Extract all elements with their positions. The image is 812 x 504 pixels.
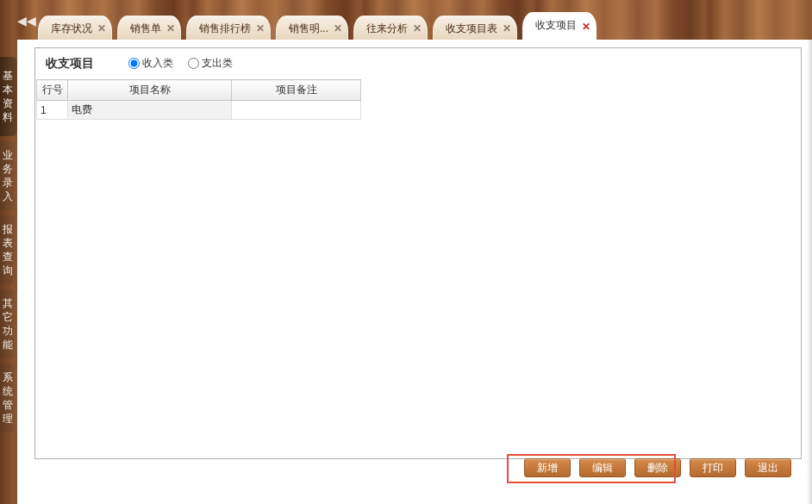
close-icon[interactable]: ✕ xyxy=(97,16,106,40)
exit-button[interactable]: 退出 xyxy=(745,458,791,477)
col-remark[interactable]: 项目备注 xyxy=(232,80,361,101)
close-icon[interactable]: ✕ xyxy=(413,16,422,40)
radio-income-input[interactable] xyxy=(128,58,140,69)
items-grid: 行号 项目名称 项目备注 1电费 xyxy=(36,79,800,120)
tab-2[interactable]: 销售排行榜✕ xyxy=(186,16,271,40)
radio-income-label: 收入类 xyxy=(142,56,173,71)
close-icon[interactable]: ✕ xyxy=(256,16,265,40)
close-icon[interactable]: ✕ xyxy=(503,16,511,40)
cell-remark[interactable] xyxy=(232,101,361,120)
table-row[interactable]: 1电费 xyxy=(37,101,361,120)
cell-rownum: 1 xyxy=(37,101,68,120)
close-icon[interactable]: ✕ xyxy=(166,16,175,40)
add-button[interactable]: 新增 xyxy=(524,458,571,477)
radio-expense-label: 支出类 xyxy=(202,56,233,71)
close-icon[interactable]: ✕ xyxy=(334,16,342,40)
cell-name[interactable]: 电费 xyxy=(68,101,232,120)
leftnav-item-0[interactable]: 基本资料 xyxy=(0,57,17,136)
tab-1[interactable]: 销售单✕ xyxy=(117,16,181,40)
left-nav: 基本资料业务录入报表查询其它功能系统管理 xyxy=(0,40,17,504)
category-radio-group: 收入类 支出类 xyxy=(128,56,245,72)
tab-label: 往来分析 xyxy=(366,22,408,34)
leftnav-item-1[interactable]: 业务录入 xyxy=(0,141,17,210)
radio-expense-input[interactable] xyxy=(188,58,199,69)
panel-title: 收支项目 xyxy=(46,56,94,72)
tab-4[interactable]: 往来分析✕ xyxy=(353,16,428,40)
tab-label: 库存状况 xyxy=(51,22,92,34)
radio-expense[interactable]: 支出类 xyxy=(188,56,233,71)
col-name[interactable]: 项目名称 xyxy=(68,80,232,101)
button-bar: 新增 编辑 删除 打印 退出 xyxy=(34,456,802,480)
print-button[interactable]: 打印 xyxy=(690,458,736,477)
tab-5[interactable]: 收支项目表✕ xyxy=(433,16,517,40)
close-icon[interactable]: ✕ xyxy=(582,15,590,39)
leftnav-item-4[interactable]: 系统管理 xyxy=(0,364,17,432)
delete-button[interactable]: 删除 xyxy=(634,458,681,477)
tab-label: 销售单 xyxy=(130,22,161,34)
radio-income[interactable]: 收入类 xyxy=(128,56,173,71)
tab-strip: ◀◀ 库存状况✕销售单✕销售排行榜✕销售明...✕往来分析✕收支项目表✕收支项目… xyxy=(0,0,812,40)
edit-button[interactable]: 编辑 xyxy=(579,458,626,477)
tab-label: 收支项目 xyxy=(535,19,577,31)
leftnav-item-3[interactable]: 其它功能 xyxy=(0,289,17,358)
tab-label: 销售排行榜 xyxy=(199,22,251,34)
tab-6[interactable]: 收支项目✕ xyxy=(522,12,597,40)
col-rownum[interactable]: 行号 xyxy=(37,80,68,101)
tab-3[interactable]: 销售明...✕ xyxy=(276,16,348,40)
tab-0[interactable]: 库存状况✕ xyxy=(38,16,112,40)
tab-label: 销售明... xyxy=(289,22,328,34)
main-panel: 收支项目 收入类 支出类 行号 项目名称 项目备注 xyxy=(34,47,802,459)
leftnav-item-2[interactable]: 报表查询 xyxy=(0,215,17,284)
tab-label: 收支项目表 xyxy=(446,22,497,34)
